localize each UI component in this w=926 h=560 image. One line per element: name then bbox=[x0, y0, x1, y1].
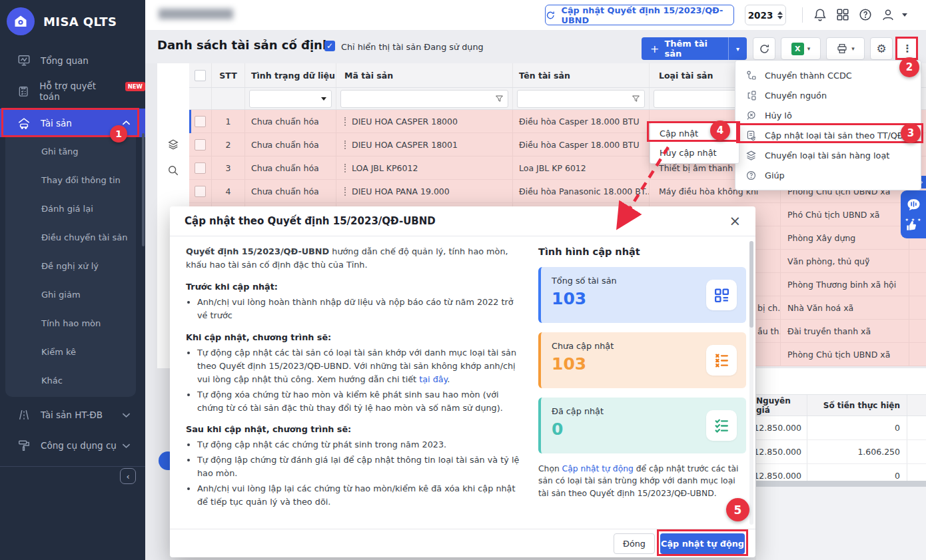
horizontal-scrollbar[interactable] bbox=[756, 481, 926, 487]
export-excel-button[interactable]: X ▾ bbox=[781, 37, 821, 60]
amounts-header-row: Nguyên giá Số tiền thực hiện bbox=[756, 394, 926, 416]
cell-code: DIEU HOA CASPER 18001 bbox=[352, 140, 458, 150]
chat-icon[interactable] bbox=[907, 198, 921, 212]
sidebar-subitem-kiem-ke[interactable]: Kiểm kê bbox=[5, 338, 136, 366]
row-checkbox[interactable] bbox=[195, 162, 206, 174]
excel-caret-icon: ▾ bbox=[807, 45, 811, 52]
in-use-filter-checkbox[interactable]: ✓ bbox=[324, 41, 335, 51]
page-toolbar: Danh sách tài sản cố định ✓ Chỉ hiển thị… bbox=[145, 30, 926, 63]
sidebar-subitem-ghi-tang[interactable]: Ghi tăng bbox=[5, 137, 136, 166]
more-actions-menu: Chuyển thành CCDC Chuyển nguồn Hủy lô Cậ… bbox=[735, 60, 921, 190]
status-filter-select[interactable] bbox=[249, 90, 332, 108]
help-icon[interactable] bbox=[858, 7, 873, 22]
year-stepper-icon[interactable] bbox=[777, 11, 783, 19]
user-menu-caret-icon[interactable] bbox=[902, 13, 907, 17]
refresh-button[interactable] bbox=[753, 37, 775, 60]
before-heading: Trước khi cập nhật: bbox=[186, 280, 520, 294]
select-all-checkbox[interactable] bbox=[195, 70, 206, 81]
sidebar-scrollbar[interactable] bbox=[142, 133, 145, 246]
submenu-item-huy-cap-nhat[interactable]: Hủy cập nhật bbox=[650, 143, 739, 162]
menu-item-giup[interactable]: Giúp bbox=[735, 165, 921, 185]
subitem-label: Ghi giảm bbox=[41, 290, 81, 300]
auto-update-button[interactable]: Cập nhật tự động bbox=[660, 533, 745, 554]
column-header-nguyen-gia[interactable]: Nguyên giá bbox=[756, 395, 807, 416]
row-checkbox[interactable] bbox=[195, 186, 206, 197]
asset-icon bbox=[17, 117, 31, 130]
auto-update-link[interactable]: Cập nhật tự động bbox=[562, 464, 634, 473]
menu-item-huy-lo[interactable]: Hủy lô bbox=[735, 105, 921, 125]
menu-item-chuyen-loai-hang-loat[interactable]: Chuyển loại tài sản hàng loạt bbox=[735, 145, 921, 165]
code-filter-input[interactable] bbox=[340, 90, 508, 108]
print-caret-icon: ▾ bbox=[851, 45, 855, 52]
in-use-filter-label: Chỉ hiển thị tài sản Đang sử dụng bbox=[341, 42, 484, 52]
update-decision-button[interactable]: Cập nhật Quyết định 15/2023/QĐ-UBND bbox=[545, 5, 734, 25]
menu-item-chuyen-thanh-ccdc[interactable]: Chuyển thành CCDC bbox=[735, 65, 921, 85]
during-item-1: Tự động cập nhật các tài sản có loại tài… bbox=[197, 346, 520, 386]
modal-body: Quyết định 15/2023/QĐ-UBND hướng dẫn chế… bbox=[170, 237, 755, 529]
cell-so-tien: 1.606.250 bbox=[807, 440, 907, 463]
column-header-stt[interactable]: STT bbox=[212, 63, 245, 87]
name-filter-input[interactable] bbox=[517, 90, 645, 108]
paint-roller-icon bbox=[17, 439, 31, 452]
sidebar-item-tong-quan[interactable]: Tổng quan bbox=[0, 45, 145, 76]
sidebar-item-cong-cu-dung-cu[interactable]: Công cụ dụng cụ bbox=[0, 430, 145, 461]
subitem-label: Đề nghị xử lý bbox=[41, 261, 99, 271]
cell-so-tien: 0 bbox=[807, 416, 907, 439]
print-button[interactable]: ▾ bbox=[826, 37, 865, 60]
sidebar-footer-divider bbox=[0, 466, 145, 467]
row-checkbox[interactable] bbox=[195, 139, 206, 150]
sidebar-collapse-button[interactable]: ‹ bbox=[120, 468, 136, 484]
menu-item-chuyen-nguon[interactable]: Chuyển nguồn bbox=[735, 85, 921, 105]
sidebar-item-tai-san[interactable]: Tài sản bbox=[0, 109, 145, 137]
year-value: 2023 bbox=[748, 10, 773, 21]
add-asset-caret-icon[interactable]: ▾ bbox=[729, 45, 747, 53]
notifications-bell-icon[interactable] bbox=[813, 7, 827, 22]
drag-handle bbox=[344, 164, 346, 172]
thumbs-up-icon[interactable]: ★ ★ ★ bbox=[905, 218, 922, 231]
cell-dept: Phòng Thương binh xã hội bbox=[781, 273, 909, 296]
sidebar-subitem-khac[interactable]: Khác bbox=[5, 366, 136, 395]
after-item-3: Anh/chị vui lòng lập lại các chứng từ ha… bbox=[197, 482, 520, 509]
fiscal-year-selector[interactable]: 2023 bbox=[745, 5, 786, 25]
printer-icon bbox=[836, 43, 848, 55]
submenu-item-cap-nhat[interactable]: Cập nhật bbox=[650, 124, 739, 143]
column-header-status[interactable]: Tình trạng dữ liệu bbox=[245, 63, 336, 87]
chevron-down-icon bbox=[122, 412, 131, 418]
close-icon[interactable]: × bbox=[729, 214, 741, 228]
redacted-org-name bbox=[159, 9, 233, 19]
sidebar-subitem-dieu-chuyen-tai-san[interactable]: Điều chuyển tài sản bbox=[5, 223, 136, 252]
sidebar-item-label: Tổng quan bbox=[41, 55, 89, 66]
layers-icon[interactable] bbox=[167, 139, 179, 150]
subitem-label: Ghi tăng bbox=[41, 146, 79, 156]
menu-item-cap-nhat-loai-tai-san[interactable]: Cập nhật loại tài sản theo TT/QĐ › bbox=[735, 125, 921, 145]
cell-stt: 2 bbox=[212, 133, 245, 156]
add-asset-button[interactable]: + Thêm tài sản ▾ bbox=[642, 37, 747, 60]
misa-logo-icon bbox=[7, 7, 35, 35]
sidebar-subitem-danh-gia-lai[interactable]: Đánh giá lại bbox=[5, 194, 136, 223]
cell-status: Chưa chuẩn hóa bbox=[245, 133, 336, 156]
sidebar-subitem-thay-doi-thong-tin[interactable]: Thay đổi thông tin bbox=[5, 166, 136, 194]
search-icon[interactable] bbox=[167, 164, 179, 176]
during-item-text: . bbox=[447, 374, 450, 384]
sidebar-subitem-ghi-giam[interactable]: Ghi giảm bbox=[5, 280, 136, 309]
column-header-so-tien[interactable]: Số tiền thực hiện bbox=[807, 395, 907, 416]
sidebar-item-ho-tro-quyet-toan[interactable]: Hỗ trợ quyết toán NEW bbox=[0, 76, 145, 107]
modal-scrollbar[interactable] bbox=[749, 241, 753, 525]
sidebar-item-tai-san-ht-db[interactable]: Tài sản HT-ĐB bbox=[0, 400, 145, 430]
settings-button[interactable]: ⚙ bbox=[870, 37, 893, 60]
cell-name: Điều hòa Casper 18.000 BTU bbox=[513, 133, 650, 156]
cell-status: Chưa chuẩn hóa bbox=[245, 180, 336, 202]
row-checkbox[interactable] bbox=[195, 116, 206, 127]
more-actions-button[interactable]: ⋮ bbox=[897, 37, 918, 60]
close-button[interactable]: Đóng bbox=[614, 533, 655, 554]
see-guide-link[interactable]: tại đây bbox=[419, 374, 447, 384]
user-account-icon[interactable] bbox=[881, 7, 895, 22]
cell-dept: Phòng Chủ tịch UBND xã bbox=[781, 343, 909, 366]
sidebar-subitem-de-nghi-xu-ly[interactable]: Đề nghị xử lý bbox=[5, 252, 136, 280]
column-header-name[interactable]: Tên tài sản bbox=[513, 63, 650, 87]
column-header-code[interactable]: Mã tài sản bbox=[336, 63, 513, 87]
after-item-1: Tự động cập nhật các chứng từ phát sinh … bbox=[197, 438, 520, 451]
apps-grid-icon[interactable] bbox=[835, 7, 850, 22]
after-heading: Sau khi cập nhật, chương trình sẽ: bbox=[186, 423, 520, 436]
sidebar-subitem-tinh-hao-mon[interactable]: Tính hao mòn bbox=[5, 309, 136, 338]
